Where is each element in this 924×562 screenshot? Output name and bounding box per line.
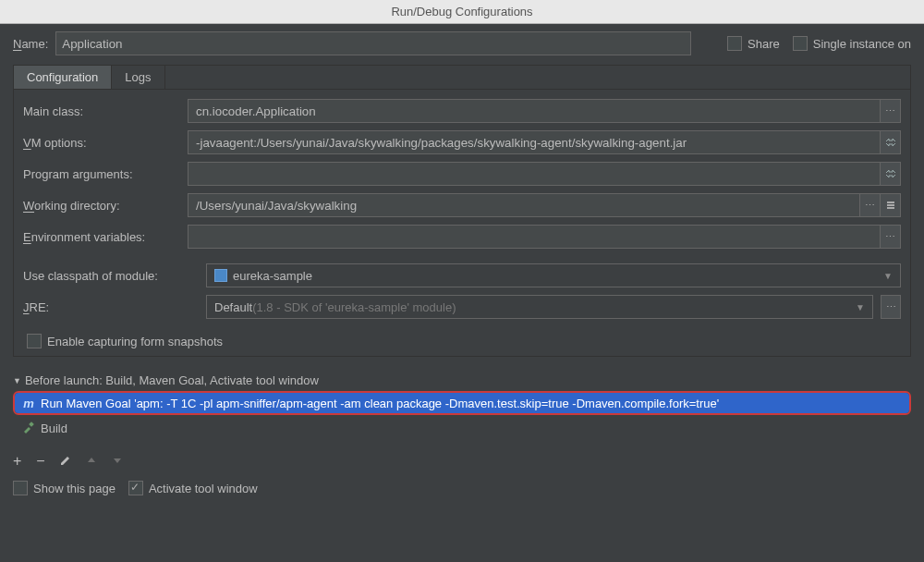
vm-options-input[interactable] [188, 130, 881, 154]
maven-icon: m [22, 397, 35, 410]
share-checkbox[interactable] [727, 36, 742, 51]
program-args-label: Program arguments: [23, 167, 180, 181]
share-checkbox-wrap[interactable]: Share [727, 36, 780, 51]
before-launch-item-build[interactable]: Build [15, 417, 911, 440]
window-title: Run/Debug Configurations [391, 5, 532, 18]
show-this-page-checkbox[interactable] [13, 481, 28, 495]
classpath-select[interactable]: eureka-sample ▼ [206, 263, 901, 287]
classpath-value: eureka-sample [233, 269, 312, 283]
share-label: Share [748, 37, 780, 51]
name-input[interactable] [55, 31, 691, 55]
capture-snapshots-label: Enable capturing form snapshots [47, 335, 223, 348]
svg-rect-0 [887, 202, 894, 203]
vm-options-expand-button[interactable] [881, 130, 901, 154]
bottom-options: Show this page Activate tool window [13, 481, 911, 495]
before-launch-list: m Run Maven Goal 'apm: -T 1C -pl apm-sni… [13, 391, 911, 415]
env-vars-browse-button[interactable] [881, 225, 901, 249]
working-dir-input[interactable] [188, 193, 860, 217]
single-instance-checkbox[interactable] [793, 36, 808, 51]
capture-snapshots-checkbox[interactable] [27, 334, 42, 348]
jre-prefix: Default [214, 300, 252, 314]
program-args-input[interactable] [188, 162, 881, 186]
single-instance-label: Single instance on [813, 37, 911, 51]
before-launch-item-maven-text: Run Maven Goal 'apm: -T 1C -pl apm-sniff… [41, 397, 719, 410]
before-launch-header-text: Before launch: Build, Maven Goal, Activa… [25, 373, 319, 387]
env-vars-input[interactable] [188, 225, 881, 249]
activate-tool-window-checkbox[interactable] [128, 481, 143, 495]
working-dir-label: Working directory: [23, 199, 180, 213]
triangle-down-icon: ▼ [13, 376, 21, 385]
show-this-page-label: Show this page [33, 482, 116, 495]
chevron-down-icon: ▼ [883, 271, 893, 281]
move-up-button[interactable] [86, 453, 97, 470]
edit-button[interactable] [60, 453, 71, 470]
single-instance-checkbox-wrap[interactable]: Single instance on [793, 36, 911, 51]
before-launch-item-build-text: Build [41, 422, 67, 435]
top-right-checks: Share Single instance on [727, 36, 911, 51]
window-title-bar: Run/Debug Configurations [0, 0, 924, 24]
working-dir-row: Working directory: [23, 193, 901, 217]
env-vars-label: Environment variables: [23, 230, 180, 244]
classpath-row: Use classpath of module: eureka-sample ▼ [23, 263, 901, 287]
vm-options-label: VM options: [23, 136, 180, 150]
add-button[interactable]: + [13, 453, 21, 470]
before-launch-header[interactable]: ▼ Before launch: Build, Maven Goal, Acti… [13, 373, 911, 387]
jre-suffix: (1.8 - SDK of 'eureka-sample' module) [252, 300, 456, 314]
svg-rect-3 [29, 422, 34, 427]
activate-tool-window-label: Activate tool window [149, 482, 258, 495]
svg-rect-1 [887, 204, 894, 206]
classpath-label: Use classpath of module: [23, 269, 199, 283]
dialog-body: Name: Share Single instance on Configura… [0, 24, 924, 495]
move-down-button[interactable] [112, 453, 123, 470]
form-area: Main class: VM options: Program argument… [14, 90, 910, 356]
tabs: Configuration Logs [14, 66, 910, 90]
main-class-row: Main class: [23, 99, 901, 123]
main-class-input[interactable] [188, 99, 881, 123]
before-launch-toolbar: + − [13, 453, 911, 470]
module-icon [214, 269, 227, 282]
show-this-page-wrap[interactable]: Show this page [13, 481, 116, 495]
capture-snapshots-wrap[interactable]: Enable capturing form snapshots [27, 334, 901, 348]
main-class-label: Main class: [23, 104, 180, 118]
svg-rect-2 [887, 207, 894, 209]
program-args-row: Program arguments: [23, 162, 901, 186]
jre-row: JRE: Default (1.8 - SDK of 'eureka-sampl… [23, 295, 901, 319]
hammer-icon [22, 421, 35, 436]
env-vars-row: Environment variables: [23, 225, 901, 249]
program-args-expand-button[interactable] [881, 162, 901, 186]
activate-tool-window-wrap[interactable]: Activate tool window [128, 481, 258, 495]
config-panel: Configuration Logs Main class: VM option… [13, 65, 911, 357]
working-dir-list-button[interactable] [881, 193, 901, 217]
before-launch-section: ▼ Before launch: Build, Maven Goal, Acti… [13, 373, 911, 440]
tab-logs[interactable]: Logs [112, 66, 164, 89]
tab-configuration[interactable]: Configuration [14, 66, 112, 89]
name-row: Name: Share Single instance on [0, 24, 924, 59]
jre-select[interactable]: Default (1.8 - SDK of 'eureka-sample' mo… [206, 295, 873, 319]
jre-browse-button[interactable] [881, 295, 901, 319]
before-launch-item-maven[interactable]: m Run Maven Goal 'apm: -T 1C -pl apm-sni… [15, 393, 909, 413]
chevron-down-icon: ▼ [856, 302, 865, 312]
working-dir-browse-button[interactable] [860, 193, 881, 217]
main-class-browse-button[interactable] [881, 99, 901, 123]
vm-options-row: VM options: [23, 130, 901, 154]
jre-label: JRE: [23, 300, 199, 314]
name-label: Name: [13, 37, 48, 51]
remove-button[interactable]: − [36, 453, 44, 470]
